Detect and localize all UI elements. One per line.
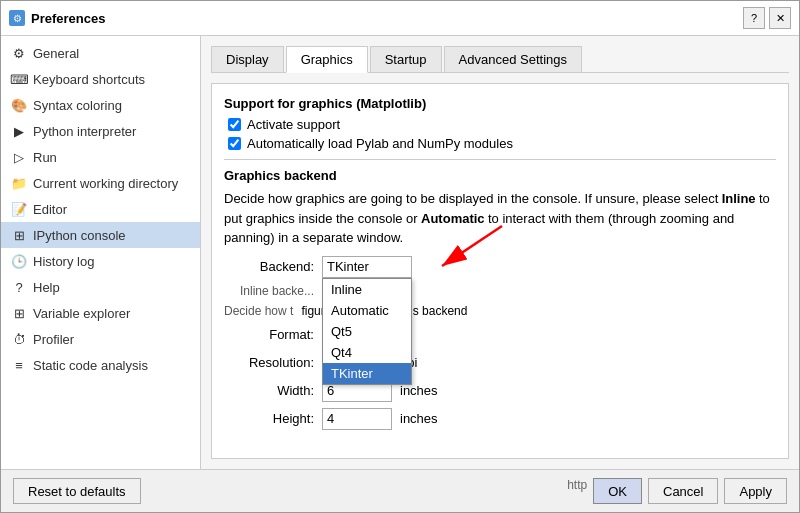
sidebar-label-profiler: Profiler: [33, 332, 74, 347]
window-title: Preferences: [31, 11, 737, 26]
sidebar-item-run[interactable]: ▷ Run: [1, 144, 200, 170]
sidebar-label-ipython: IPython console: [33, 228, 126, 243]
tab-startup[interactable]: Startup: [370, 46, 442, 72]
autoload-checkbox[interactable]: [228, 137, 241, 150]
backend-select-wrapper: Inline Automatic Qt5 Qt4 TKinter Inline …: [322, 256, 412, 278]
app-icon: ⚙: [9, 10, 25, 26]
bottom-right-buttons: http OK Cancel Apply: [567, 478, 787, 504]
help-icon: ?: [11, 279, 27, 295]
activate-checkbox[interactable]: [228, 118, 241, 131]
height-unit: inches: [400, 411, 438, 426]
sidebar-item-python[interactable]: ▶ Python interpreter: [1, 118, 200, 144]
sidebar-label-keyboard: Keyboard shortcuts: [33, 72, 145, 87]
sidebar-item-keyboard[interactable]: ⌨ Keyboard shortcuts: [1, 66, 200, 92]
backend-select[interactable]: Inline Automatic Qt5 Qt4 TKinter: [322, 256, 412, 278]
reset-defaults-button[interactable]: Reset to defaults: [13, 478, 141, 504]
sidebar-item-varexplorer[interactable]: ⊞ Variable explorer: [1, 300, 200, 326]
backend-section-title: Graphics backend: [224, 168, 776, 183]
sidebar-item-ipython[interactable]: ⊞ IPython console: [1, 222, 200, 248]
sidebar-label-syntax: Syntax coloring: [33, 98, 122, 113]
height-row: Height: inches: [224, 408, 776, 430]
table-icon: ⊞: [11, 305, 27, 321]
bottom-bar: Reset to defaults http OK Cancel Apply: [1, 469, 799, 512]
sidebar-label-editor: Editor: [33, 202, 67, 217]
code-icon: ≡: [11, 357, 27, 373]
help-button[interactable]: ?: [743, 7, 765, 29]
history-icon: 🕒: [11, 253, 27, 269]
sidebar: ⚙ General ⌨ Keyboard shortcuts 🎨 Syntax …: [1, 36, 201, 469]
tab-bar: Display Graphics Startup Advanced Settin…: [211, 46, 789, 73]
titlebar-buttons: ? ✕: [743, 7, 791, 29]
height-input[interactable]: [322, 408, 392, 430]
decide-label: Decide how t: [224, 304, 293, 318]
backend-label: Backend:: [224, 259, 314, 274]
sidebar-label-python: Python interpreter: [33, 124, 136, 139]
folder-icon: 📁: [11, 175, 27, 191]
sidebar-label-varexplorer: Variable explorer: [33, 306, 130, 321]
width-row: Width: inches: [224, 380, 776, 402]
titlebar: ⚙ Preferences ? ✕: [1, 1, 799, 36]
sidebar-label-general: General: [33, 46, 79, 61]
sidebar-item-general[interactable]: ⚙ General: [1, 40, 200, 66]
dropdown-tkinter[interactable]: TKinter: [323, 363, 411, 384]
gear-icon: ⚙: [11, 45, 27, 61]
dropdown-qt5[interactable]: Qt5: [323, 321, 411, 342]
sidebar-label-staticcode: Static code analysis: [33, 358, 148, 373]
sidebar-label-history: History log: [33, 254, 94, 269]
sidebar-item-syntax[interactable]: 🎨 Syntax coloring: [1, 92, 200, 118]
sidebar-item-editor[interactable]: 📝 Editor: [1, 196, 200, 222]
sidebar-label-cwd: Current working directory: [33, 176, 178, 191]
dropdown-qt4[interactable]: Qt4: [323, 342, 411, 363]
python-icon: ▶: [11, 123, 27, 139]
dropdown-automatic[interactable]: Automatic: [323, 300, 411, 321]
dropdown-inline[interactable]: Inline: [323, 279, 411, 300]
sidebar-item-help[interactable]: ? Help: [1, 274, 200, 300]
sidebar-item-cwd[interactable]: 📁 Current working directory: [1, 170, 200, 196]
tab-graphics[interactable]: Graphics: [286, 46, 368, 73]
width-label: Width:: [224, 383, 314, 398]
graphics-panel: Support for graphics (Matplotlib) Activa…: [211, 83, 789, 459]
inline-backend-label: Inline backe...: [224, 284, 314, 298]
run-icon: ▷: [11, 149, 27, 165]
width-unit: inches: [400, 383, 438, 398]
keyboard-icon: ⌨: [11, 71, 27, 87]
resolution-label: Resolution:: [224, 355, 314, 370]
paint-icon: 🎨: [11, 97, 27, 113]
decide-row: Decide how t figures created by this bac…: [224, 304, 776, 318]
sidebar-label-help: Help: [33, 280, 60, 295]
main-content: ⚙ General ⌨ Keyboard shortcuts 🎨 Syntax …: [1, 36, 799, 469]
sidebar-item-staticcode[interactable]: ≡ Static code analysis: [1, 352, 200, 378]
backend-row: Backend: Inline Automatic Qt5 Qt4 TKinte…: [224, 256, 776, 278]
profiler-icon: ⏱: [11, 331, 27, 347]
tab-display[interactable]: Display: [211, 46, 284, 72]
apply-button[interactable]: Apply: [724, 478, 787, 504]
backend-dropdown: Inline Automatic Qt5 Qt4 TKinter: [322, 278, 412, 385]
activate-label: Activate support: [247, 117, 340, 132]
editor-icon: 📝: [11, 201, 27, 217]
url-text: http: [567, 478, 587, 504]
sidebar-label-run: Run: [33, 150, 57, 165]
support-title: Support for graphics (Matplotlib): [224, 96, 776, 111]
cancel-button[interactable]: Cancel: [648, 478, 718, 504]
format-row: Format: PNG: [224, 324, 776, 346]
autoload-label: Automatically load Pylab and NumPy modul…: [247, 136, 513, 151]
tab-advanced[interactable]: Advanced Settings: [444, 46, 582, 72]
activate-row: Activate support: [224, 117, 776, 132]
close-button[interactable]: ✕: [769, 7, 791, 29]
format-label: Format:: [224, 327, 314, 342]
inline-bold: Inline: [722, 191, 756, 206]
automatic-bold: Automatic: [421, 211, 485, 226]
height-label: Height:: [224, 411, 314, 426]
separator1: [224, 159, 776, 160]
sidebar-item-profiler[interactable]: ⏱ Profiler: [1, 326, 200, 352]
inline-backend-row: Inline backe...: [224, 284, 776, 298]
backend-description: Decide how graphics are going to be disp…: [224, 189, 776, 248]
preferences-window: ⚙ Preferences ? ✕ ⚙ General ⌨ Keyboard s…: [0, 0, 800, 513]
autoload-row: Automatically load Pylab and NumPy modul…: [224, 136, 776, 151]
ok-button[interactable]: OK: [593, 478, 642, 504]
console-icon: ⊞: [11, 227, 27, 243]
right-panel: Display Graphics Startup Advanced Settin…: [201, 36, 799, 469]
sidebar-item-history[interactable]: 🕒 History log: [1, 248, 200, 274]
resolution-row: Resolution: dpi: [224, 352, 776, 374]
